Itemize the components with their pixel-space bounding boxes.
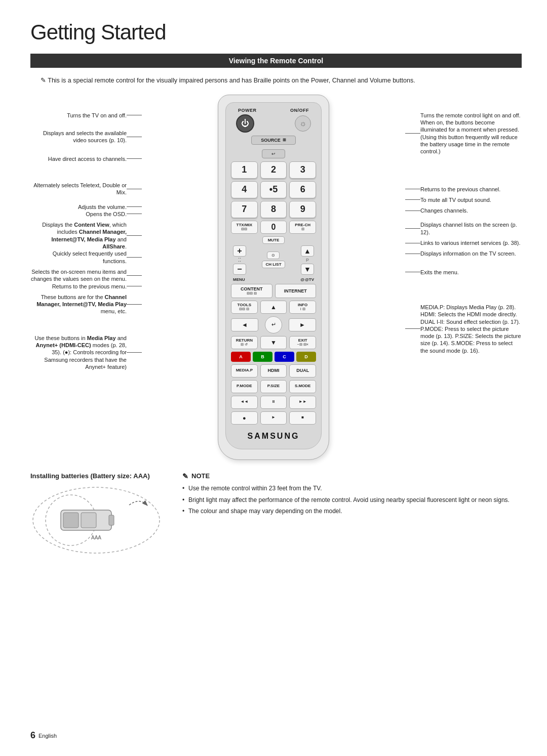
annotation-ch: Changes channels. [405, 207, 522, 214]
nav-left-button[interactable]: ◄ [231, 318, 258, 331]
return-button[interactable]: RETURN ⊟ ↺ [231, 336, 258, 349]
return-small-button[interactable]: ↩ [262, 149, 285, 158]
language-label: English [38, 733, 57, 739]
annotation-prech: Returns to the previous channel. [405, 186, 522, 193]
annotation-content: Displays the Content View, which include… [30, 221, 142, 250]
ch-down-button[interactable]: ▼ [301, 264, 314, 275]
return-small-row: ↩ [231, 148, 316, 158]
source-button[interactable]: SOURCE ⊞ [251, 136, 296, 145]
annotation-channels: Have direct access to channels. [30, 155, 142, 162]
menu-row: MENU @@TV [231, 277, 316, 282]
vol-down-button[interactable]: − [233, 264, 246, 275]
power-button[interactable]: ⏻ [236, 114, 254, 133]
onoff-icon: ☼ [299, 119, 307, 128]
main-layout: Turns the TV on and off. Displays and se… [30, 95, 522, 460]
vol-ch-area: + ⁚⁚ − ⊙ CH LIST [231, 245, 316, 275]
svg-text:AAA: AAA [91, 535, 101, 540]
mute-button[interactable]: MUTE [262, 236, 285, 244]
tools-button[interactable]: TOOLS ⊟⊟ ⊟ [231, 301, 258, 314]
nav-down-button[interactable]: ▼ [260, 336, 287, 349]
btn-0[interactable]: 0 [260, 221, 287, 234]
enter-button[interactable]: ↵ [265, 316, 282, 333]
annotation-media: Use these buttons in Media Play and Anyn… [30, 334, 142, 370]
chlist-button[interactable]: CH LIST [262, 261, 285, 268]
ch-p-label: P [306, 258, 309, 263]
btn-1[interactable]: 1 [231, 161, 258, 179]
play-button[interactable]: ► [260, 411, 287, 425]
menu-label: MENU [233, 277, 245, 282]
btn-3[interactable]: 3 [289, 161, 316, 179]
btn-2[interactable]: 2 [260, 161, 287, 179]
annotation-source: Displays and selects the available video… [30, 130, 142, 144]
tools-row: TOOLS ⊟⊟ ⊟ ▲ INFO i ⊟ [231, 301, 316, 314]
samsung-logo: SAMSUNG [231, 429, 316, 442]
nav-right-button[interactable]: ► [289, 318, 316, 331]
battery-title: Installing batteries (Battery size: AAA) [30, 472, 172, 480]
stop-button[interactable]: ■ [289, 411, 316, 425]
btn-color-a[interactable]: A [231, 352, 251, 362]
hdmi-button[interactable]: HDMI [260, 364, 287, 377]
right-annotations: Turns the remote control light on and of… [405, 95, 522, 354]
vol-dots: ⁚⁚ [238, 258, 241, 263]
enter-icon: ↵ [271, 321, 276, 328]
rew-button[interactable]: ◄◄ [231, 396, 258, 409]
btn-color-c[interactable]: C [275, 352, 294, 362]
source-label: SOURCE [261, 138, 281, 143]
note-item-2: Bright light may affect the performance … [182, 496, 522, 505]
annotation-return: Returns to the previous menu. [30, 283, 142, 290]
playback-row-2: ● ► ■ [231, 411, 316, 425]
osd-icon: ⊙ [271, 253, 275, 258]
mediap-button[interactable]: MEDIA.P [231, 364, 258, 377]
btn-color-d[interactable]: D [296, 352, 316, 362]
smode-button[interactable]: S.MODE [289, 380, 316, 393]
remote-container: POWER ON/OFF ⏻ ☼ [142, 95, 405, 460]
btn-color-b[interactable]: B [253, 352, 272, 362]
annotation-osd: Opens the OSD. [30, 211, 142, 218]
annotation-nav: Selects the on-screen menu items and cha… [30, 268, 142, 283]
annotation-tools: Quickly select frequently used functions… [30, 250, 142, 265]
svg-rect-3 [109, 515, 114, 525]
internet-label: INTERNET [284, 288, 307, 293]
volume-column: + ⁚⁚ − [233, 245, 246, 275]
btn-9[interactable]: 9 [289, 201, 316, 218]
psize-button[interactable]: P.SIZE [260, 380, 287, 393]
vol-up-button[interactable]: + [233, 245, 246, 257]
chlist-label: CH LIST [265, 262, 281, 267]
annotation-ttx: Alternately selects Teletext, Double or … [30, 182, 142, 196]
ff-button[interactable]: ►► [289, 396, 316, 409]
onoff-label: ON/OFF [290, 108, 309, 113]
exit-button[interactable]: EXIT −⊟ ⊟× [289, 336, 316, 349]
page-num-value: 6 [30, 730, 35, 741]
battery-section: Installing batteries (Battery size: AAA)… [30, 472, 172, 556]
internet-button[interactable]: INTERNET [275, 284, 317, 298]
content-button[interactable]: CONTENT ⊟⊟ ⊟ [231, 284, 272, 298]
note-item-1: Use the remote control within 23 feet fr… [182, 484, 522, 493]
source-icon: ⊞ [283, 138, 286, 142]
ttx-button[interactable]: TTX/MIX ⊟⊟ [231, 221, 258, 234]
remote-inner: POWER ON/OFF ⏻ ☼ [225, 102, 322, 449]
svg-rect-4 [63, 513, 79, 528]
btn-6[interactable]: 6 [289, 181, 316, 198]
note-section: NOTE Use the remote control within 23 fe… [182, 472, 522, 556]
btn-7[interactable]: 7 [231, 201, 258, 218]
annotation-power: Turns the TV on and off. [30, 112, 142, 119]
osd-button[interactable]: ⊙ [267, 251, 280, 259]
ch-up-button[interactable]: ▲ [301, 245, 314, 257]
btn-4[interactable]: 4 [231, 181, 258, 198]
pause-button[interactable]: II [260, 396, 287, 409]
annotation-chlist: Displays channel lists on the screen (p.… [405, 221, 522, 236]
btn-5[interactable]: •5 [260, 181, 287, 198]
center-column: ⊙ CH LIST [262, 251, 285, 268]
btn-8[interactable]: 8 [260, 201, 287, 218]
nav-up-button[interactable]: ▲ [260, 301, 287, 314]
atv-label: @@TV [300, 277, 314, 282]
pmode-button[interactable]: P.MODE [231, 380, 258, 393]
onoff-button[interactable]: ☼ [295, 115, 311, 132]
annotation-exit: Exits the menu. [405, 269, 522, 276]
info-button[interactable]: INFO i ⊟ [289, 301, 316, 314]
dual-button[interactable]: DUAL [289, 364, 316, 377]
prech-button[interactable]: PRE-CH ⊟ [289, 221, 316, 234]
mute-row: MUTE [231, 236, 316, 244]
number-grid: 1 2 3 4 •5 6 7 8 9 [231, 161, 316, 218]
rec-button[interactable]: ● [231, 411, 258, 425]
